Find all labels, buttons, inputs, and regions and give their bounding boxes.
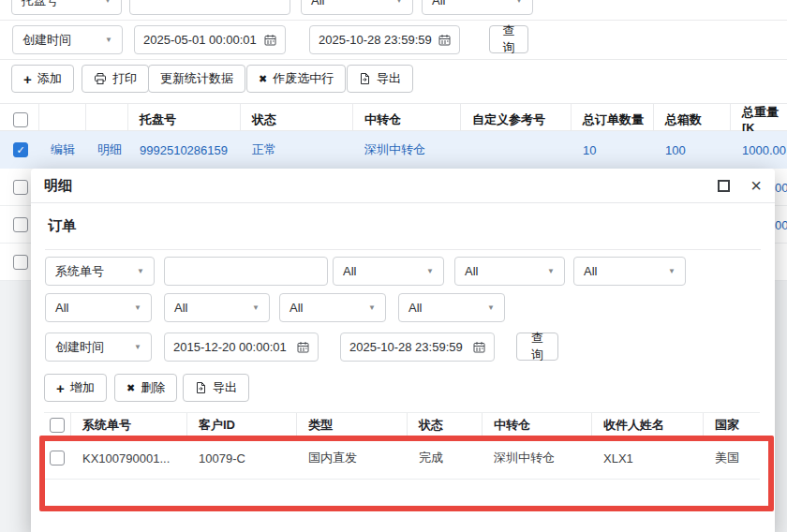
system-no-field-label: 系统单号 — [55, 263, 104, 280]
system-no-field-select[interactable]: 系统单号 ▼ — [45, 257, 155, 286]
filter-all-select-1[interactable]: All ▼ — [301, 0, 413, 15]
print-button[interactable]: 打印 — [82, 65, 149, 93]
date-field-label: 创建时间 — [55, 339, 104, 356]
caret-down-icon: ▼ — [137, 267, 144, 275]
date-to-input[interactable]: 2025-10-28 23:59:59 — [309, 25, 460, 54]
date-field-select[interactable]: 创建时间 ▼ — [12, 25, 123, 54]
modal-table-row: KX100790001... 10079-C 国内直发 完成 深圳中转仓 XLX… — [44, 437, 760, 480]
filter-all-label: All — [343, 264, 356, 278]
modal-search-button[interactable]: 查询 — [516, 332, 558, 361]
update-stats-label: 更新统计数据 — [160, 70, 233, 87]
modal-all-select-1[interactable]: All ▼ — [333, 257, 444, 286]
row-checkbox[interactable] — [13, 180, 28, 195]
cell-status: 完成 — [408, 450, 483, 466]
cell-total-boxes: 100 — [654, 143, 731, 157]
table-row: ✓ 编辑 明细 9992510286159 正常 深圳中转仓 10 100 10… — [0, 131, 787, 169]
caret-down-icon: ▼ — [487, 303, 495, 312]
caret-down-icon: ▼ — [547, 267, 555, 275]
filter-all-label: All — [290, 301, 303, 315]
add-button[interactable]: + 添加 — [11, 65, 74, 93]
modal-export-label: 导出 — [213, 379, 237, 396]
modal-all-select-5[interactable]: All ▼ — [164, 293, 270, 322]
clipped-cell-value: 00 — [775, 181, 787, 195]
print-button-label: 打印 — [112, 70, 137, 87]
modal-header: 明细 × — [31, 169, 775, 203]
filter-all-label: All — [584, 264, 597, 278]
divider — [0, 59, 787, 60]
row-checkbox[interactable] — [13, 255, 28, 270]
column-header-customer-id: 客户ID — [187, 413, 297, 436]
check-icon: ✓ — [16, 145, 24, 155]
calendar-icon — [264, 34, 276, 46]
column-header-status: 状态 — [408, 413, 483, 436]
filter-all-label: All — [465, 264, 478, 278]
caret-down-icon: ▼ — [368, 303, 376, 312]
filter-all-label: All — [174, 301, 187, 315]
modal-all-select-7[interactable]: All ▼ — [398, 293, 505, 322]
modal-add-label: 增加 — [70, 379, 95, 396]
clipped-cell-value: 00 — [775, 218, 787, 232]
modal-date-field-select[interactable]: 创建时间 ▼ — [45, 332, 152, 362]
export-button[interactable]: 导出 — [347, 65, 413, 93]
date-from-value: 2015-12-20 00:00:01 — [173, 340, 287, 354]
cell-status: 正常 — [241, 141, 353, 158]
select-all-checkbox[interactable] — [13, 112, 28, 127]
close-icon[interactable]: × — [750, 176, 762, 195]
filter-all-label: All — [432, 0, 445, 7]
modal-delete-button[interactable]: ✖ 删除 — [114, 374, 177, 402]
row-checkbox[interactable]: ✓ — [13, 142, 28, 157]
export-file-icon — [359, 72, 371, 85]
table-header-row: 托盘号 状态 中转仓 自定义参考号 总订单数量 总箱数 总重量[K — [0, 103, 787, 131]
filter-all-label: All — [408, 301, 422, 315]
update-stats-button[interactable]: 更新统计数据 — [148, 65, 245, 93]
calendar-icon — [438, 34, 451, 46]
date-from-input[interactable]: 2025-05-01 00:00:01 — [134, 25, 286, 54]
modal-all-select-2[interactable]: All ▼ — [454, 257, 565, 286]
plus-icon: + — [56, 381, 65, 395]
modal-date-from-input[interactable]: 2015-12-20 00:00:01 — [164, 332, 319, 362]
cell-warehouse: 深圳中转仓 — [483, 450, 592, 466]
app-screen: 托盘号 ▼ All ▼ All ▼ 创建时间 ▼ 2025-05-01 00:0… — [0, 0, 787, 532]
filter-all-select-2[interactable]: All ▼ — [422, 0, 533, 15]
cell-country: 美国 — [704, 450, 760, 466]
void-selected-button[interactable]: ✖ 作废选中行 — [246, 65, 346, 93]
date-to-value: 2025-10-28 23:59:59 — [349, 340, 463, 354]
cell-total-weight: 1000.00 — [731, 143, 787, 157]
caret-down-icon: ▼ — [252, 303, 260, 312]
modal-delete-label: 删除 — [141, 379, 165, 396]
calendar-icon — [473, 341, 485, 353]
cell-pallet-no: 9992510286159 — [128, 143, 241, 157]
modal-all-select-6[interactable]: All ▼ — [279, 293, 386, 322]
modal-add-button[interactable]: + 增加 — [44, 374, 107, 402]
cell-total-orders: 10 — [572, 143, 654, 157]
keyword-input[interactable] — [129, 0, 290, 15]
row-checkbox[interactable] — [13, 217, 28, 232]
plus-icon: + — [23, 72, 32, 86]
modal-all-select-3[interactable]: All ▼ — [573, 257, 686, 286]
pallet-no-field-select[interactable]: 托盘号 ▼ — [11, 0, 122, 15]
date-from-value: 2025-05-01 00:00:01 — [143, 33, 257, 47]
column-header-type: 类型 — [297, 413, 408, 436]
cross-icon: ✖ — [259, 74, 267, 84]
cell-recipient: XLX1 — [592, 451, 704, 466]
caret-down-icon: ▼ — [105, 36, 112, 44]
modal-export-button[interactable]: 导出 — [183, 374, 249, 402]
modal-date-to-input[interactable]: 2025-10-28 23:59:59 — [340, 332, 495, 362]
modal-all-select-4[interactable]: All ▼ — [45, 293, 152, 322]
modal-select-all-checkbox[interactable] — [50, 418, 65, 433]
edit-link[interactable]: 编辑 — [51, 142, 75, 156]
row-checkbox[interactable] — [50, 451, 65, 466]
divider — [0, 20, 787, 21]
modal-keyword-input[interactable] — [164, 257, 328, 286]
detail-modal: 明细 × 订单 系统单号 ▼ All ▼ All ▼ All ▼ All ▼ — [31, 169, 775, 532]
detail-link[interactable]: 明细 — [97, 142, 122, 156]
search-button[interactable]: 查询 — [489, 25, 528, 53]
cell-system-no: KX100790001... — [71, 451, 187, 466]
column-header-system-no: 系统单号 — [71, 413, 187, 436]
export-button-label: 导出 — [377, 70, 401, 87]
column-header-recipient: 收件人姓名 — [592, 413, 704, 436]
column-header-warehouse: 中转仓 — [483, 413, 592, 436]
maximize-button[interactable] — [718, 180, 730, 192]
void-selected-label: 作废选中行 — [273, 70, 334, 87]
date-field-label: 创建时间 — [22, 32, 71, 49]
